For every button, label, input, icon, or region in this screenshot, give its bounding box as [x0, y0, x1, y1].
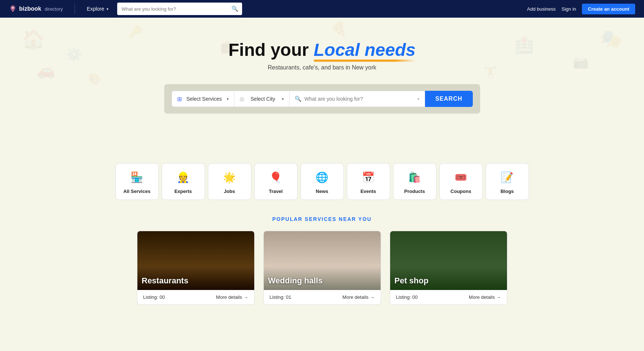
service-card-footer-wedding-halls: Listing: 01 More details →	[264, 290, 381, 304]
service-card-listing-pet-shop: Listing: 00	[396, 294, 418, 300]
hero-subtitle: Restaurants, cafe's, and bars in New yor…	[0, 64, 644, 71]
category-card-jobs[interactable]: 🌟 Jobs	[208, 163, 251, 200]
add-business-button[interactable]: Add business	[527, 6, 555, 12]
hero-section: 🏠 ⚙️ 🔑 🚗 🏥 📷 🎭 🎨 💼 🍕 🏋️ Find your Local …	[0, 18, 644, 150]
logo[interactable]: bizbook directory	[9, 5, 63, 13]
chevron-down-icon: ▾	[227, 97, 229, 101]
category-card-experts[interactable]: 👷 Experts	[162, 163, 205, 200]
chevron-down-icon: ▾	[417, 97, 420, 101]
service-card-listing-wedding-halls: Listing: 01	[270, 294, 291, 300]
chevron-down-icon: ▾	[107, 7, 108, 11]
popular-title-part1: POPULAR SERVICES	[272, 216, 337, 222]
jobs-icon: 🌟	[222, 169, 238, 186]
main-search-input[interactable]	[305, 96, 414, 102]
hero-title-part1: Find your	[229, 40, 314, 60]
category-card-news[interactable]: 🌐 News	[301, 163, 344, 200]
category-card-coupons[interactable]: 🎟️ Coupons	[439, 163, 483, 200]
categories-section: 🏪 All Services 👷 Experts 🌟 Jobs 🎈 Travel…	[0, 150, 644, 209]
explore-label: Explore	[87, 6, 104, 12]
logo-suffix: directory	[44, 6, 63, 12]
events-label: Events	[360, 189, 376, 194]
service-card-restaurants[interactable]: Restaurants Listing: 00 More details →	[137, 231, 255, 305]
nav-search-input[interactable]	[117, 3, 242, 15]
select-city-dropdown[interactable]: ◎ Select City ▾	[234, 91, 289, 107]
service-card-image-restaurants: Restaurants	[137, 231, 254, 290]
products-label: Products	[404, 189, 425, 194]
popular-title-part2: NEAR YOU	[337, 216, 372, 222]
search-box-wrapper: ⊞ Select Services ▾ ◎ Select City ▾ 🔍 ▾ …	[0, 84, 644, 114]
service-card-pet-shop[interactable]: Pet shop Listing: 00 More details →	[390, 231, 507, 305]
news-label: News	[316, 189, 328, 194]
create-account-button[interactable]: Create an account	[582, 4, 635, 14]
search-button[interactable]: SEARCH	[425, 91, 473, 107]
more-details-link-restaurants[interactable]: More details →	[216, 294, 248, 300]
layers-icon: ⊞	[177, 96, 182, 103]
search-icon: 🔍	[231, 6, 238, 12]
more-details-link-pet-shop[interactable]: More details →	[469, 294, 501, 300]
hero-title: Find your Local needs	[0, 40, 644, 60]
news-icon: 🌐	[314, 169, 330, 186]
search-input-area: 🔍 ▾	[289, 91, 425, 107]
experts-icon: 👷	[175, 169, 191, 186]
search-icon: 🔍	[295, 96, 302, 102]
logo-pin-icon	[9, 5, 17, 13]
navbar: bizbook directory Explore ▾ 🔍 Add busine…	[0, 0, 644, 18]
service-card-wedding-halls[interactable]: Wedding halls Listing: 01 More details →	[263, 231, 381, 305]
sign-in-button[interactable]: Sign in	[562, 6, 576, 12]
popular-services-section: POPULAR SERVICES NEAR YOU Restaurants Li…	[0, 209, 644, 319]
category-card-all-services[interactable]: 🏪 All Services	[115, 163, 159, 200]
hero-decorations: 🏠 ⚙️ 🔑 🚗 🏥 📷 🎭 🎨 💼 🍕 🏋️	[0, 18, 644, 150]
logo-brand: bizbook	[19, 6, 41, 12]
service-card-listing-restaurants: Listing: 00	[143, 294, 165, 300]
service-card-footer-restaurants: Listing: 00 More details →	[137, 290, 254, 304]
jobs-label: Jobs	[224, 189, 235, 194]
svg-point-0	[12, 7, 14, 9]
select-city-label: Select City	[247, 96, 279, 102]
blogs-label: Blogs	[500, 189, 514, 194]
category-card-products[interactable]: 🛍️ Products	[393, 163, 436, 200]
service-card-image-wedding-halls: Wedding halls	[264, 231, 381, 290]
products-icon: 🛍️	[407, 169, 423, 186]
coupons-icon: 🎟️	[453, 169, 469, 186]
explore-button[interactable]: Explore ▾	[84, 4, 111, 13]
service-card-title-restaurants: Restaurants	[142, 276, 188, 286]
service-cards-row: Restaurants Listing: 00 More details → W…	[22, 231, 622, 305]
blogs-icon: 📝	[499, 169, 515, 186]
nav-divider	[75, 4, 75, 14]
location-icon: ◎	[240, 96, 244, 102]
service-card-title-pet-shop: Pet shop	[395, 276, 429, 286]
events-icon: 📅	[360, 169, 377, 186]
nav-search-container: 🔍	[117, 3, 242, 15]
all-services-label: All Services	[123, 189, 151, 194]
experts-label: Experts	[175, 189, 192, 194]
category-card-blogs[interactable]: 📝 Blogs	[486, 163, 529, 200]
travel-icon: 🎈	[268, 169, 284, 186]
category-card-travel[interactable]: 🎈 Travel	[254, 163, 298, 200]
service-card-image-pet-shop: Pet shop	[390, 231, 507, 290]
select-services-label: Select Services	[185, 96, 224, 102]
category-card-events[interactable]: 📅 Events	[347, 163, 390, 200]
select-services-dropdown[interactable]: ⊞ Select Services ▾	[172, 91, 234, 107]
all-services-icon: 🏪	[129, 169, 145, 186]
hero-title-highlight: Local needs	[314, 40, 415, 60]
service-card-footer-pet-shop: Listing: 00 More details →	[390, 290, 507, 304]
coupons-label: Coupons	[450, 189, 471, 194]
travel-label: Travel	[269, 189, 283, 194]
search-box: ⊞ Select Services ▾ ◎ Select City ▾ 🔍 ▾ …	[164, 84, 480, 114]
service-card-title-wedding-halls: Wedding halls	[268, 276, 323, 286]
more-details-link-wedding-halls[interactable]: More details →	[342, 294, 374, 300]
chevron-down-icon: ▾	[282, 97, 284, 101]
popular-services-title: POPULAR SERVICES NEAR YOU	[22, 216, 622, 222]
